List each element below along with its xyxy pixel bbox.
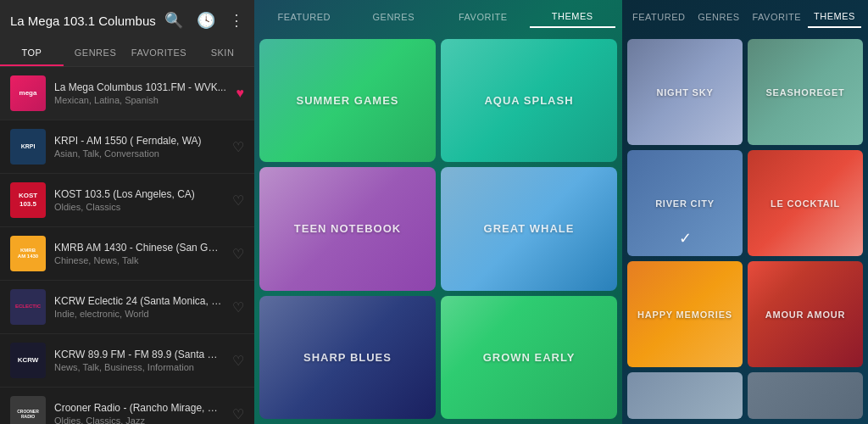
- station-name: KOST 103.5 (Los Angeles, CA): [54, 188, 224, 200]
- station-name: La Mega Columbus 1031.FM - WVK...: [54, 81, 228, 93]
- theme-card-summer-games[interactable]: SUMMER GAMES: [259, 39, 436, 162]
- logo-text: KOST103.5: [19, 192, 37, 208]
- themes-tab-favorite[interactable]: FAVORITE: [440, 7, 526, 27]
- logo-text: ECLECTIC: [15, 304, 41, 310]
- logo-text: KRPI: [21, 143, 36, 150]
- theme-card-sharp-blues[interactable]: SHARP BLUES: [259, 296, 436, 419]
- station-genres: Oldies, Classics: [54, 202, 224, 212]
- station-genres: Oldies, Classics, Jazz: [54, 416, 224, 424]
- station-info: KMRB AM 1430 - Chinese (San Gab... Chine…: [54, 242, 224, 265]
- themes-grid: SUMMER GAMES AQUA SPLASH TEEN NOTEBOOK G…: [254, 34, 622, 424]
- theme-label-river-city: RIVER CITY: [648, 192, 721, 215]
- station-info: KRPI - AM 1550 ( Ferndale, WA) Asian, Ta…: [54, 135, 224, 159]
- themes-tab-themes[interactable]: THEMES: [530, 6, 616, 28]
- theme-label-sharp-blues: SHARP BLUES: [303, 351, 392, 364]
- station-genres: Chinese, News, Talk: [54, 255, 224, 265]
- station-logo: KRPI: [10, 129, 46, 165]
- tab-top[interactable]: TOP: [0, 41, 64, 66]
- themes-nav-middle: FEATURED GENRES FAVORITE THEMES: [254, 0, 622, 34]
- theme-label-great-whale: GREAT WHALE: [484, 222, 575, 235]
- theme-card-happy-memories[interactable]: HAPPY MEMORIES: [627, 261, 743, 367]
- station-genres: Mexican, Latina, Spanish: [54, 95, 228, 105]
- themes-panel-right: FEATURED GENRES FAVORITE THEMES NIGHT SK…: [622, 0, 868, 424]
- station-logo: KMRBAM 1430: [10, 236, 46, 271]
- theme-card-seashoreget[interactable]: SEASHOREGET: [748, 39, 863, 145]
- station-logo: ECLECTIC: [10, 289, 46, 325]
- theme-card-amour-amour[interactable]: AMOUR AMOUR: [748, 261, 863, 367]
- sidebar-tabs: TOP GENRES FAVORITES SKIN: [0, 41, 254, 67]
- station-logo: CROONERRADIO: [10, 396, 46, 424]
- right-tab-featured[interactable]: FEATURED: [629, 7, 688, 27]
- tab-genres[interactable]: GENRES: [64, 41, 127, 66]
- theme-label-seashoreget: SEASHOREGET: [759, 81, 851, 104]
- theme-card-aqua-splash[interactable]: AQUA SPLASH: [441, 39, 617, 162]
- favorite-icon[interactable]: ♡: [232, 139, 244, 155]
- tab-skin[interactable]: SKIN: [191, 41, 254, 66]
- theme-card-night-sky[interactable]: NIGHT SKY: [627, 39, 743, 145]
- station-info: KCRW Eclectic 24 (Santa Monica, CA) Indi…: [54, 295, 224, 319]
- themes-tab-featured[interactable]: FEATURED: [261, 7, 348, 27]
- station-name: KRPI - AM 1550 ( Ferndale, WA): [54, 135, 224, 147]
- favorite-icon[interactable]: ♥: [236, 86, 245, 101]
- logo-text: KCRW: [18, 356, 39, 365]
- right-tab-favorite[interactable]: FAVORITE: [748, 7, 804, 27]
- sidebar-header: La Mega 103.1 Columbus 🔍 🕓 ⋮: [0, 0, 254, 41]
- station-name: KMRB AM 1430 - Chinese (San Gab...: [54, 242, 224, 254]
- station-genres: Indie, electronic, World: [54, 309, 224, 319]
- theme-card-teen-notebook[interactable]: TEEN NOTEBOOK: [259, 167, 436, 290]
- station-genres: Asian, Talk, Conversation: [54, 148, 224, 159]
- station-logo: KCRW: [10, 343, 46, 378]
- theme-label-aqua-splash: AQUA SPLASH: [484, 94, 573, 107]
- theme-card-le-cocktail[interactable]: LE COCKTAIL: [748, 150, 863, 256]
- theme-card-grown-early[interactable]: GROWN EARLY: [441, 296, 617, 419]
- favorite-icon[interactable]: ♡: [232, 246, 244, 262]
- station-info: La Mega Columbus 1031.FM - WVK... Mexica…: [54, 81, 228, 105]
- favorite-icon[interactable]: ♡: [232, 299, 244, 315]
- logo-text: mega: [19, 89, 37, 98]
- more-options-icon[interactable]: ⋮: [229, 11, 244, 30]
- tab-favorites[interactable]: FAVORITES: [127, 41, 191, 66]
- themes-nav-right: FEATURED GENRES FAVORITE THEMES: [622, 0, 868, 34]
- station-info: KCRW 89.9 FM - FM 89.9 (Santa M... News,…: [54, 349, 224, 372]
- station-logo: mega: [10, 75, 46, 111]
- sidebar-header-icons: 🔍 🕓 ⋮: [164, 11, 244, 30]
- station-name: Crooner Radio - (Rancho Mirage, CA): [54, 402, 224, 414]
- themes-grid-right: NIGHT SKY SEASHOREGET RIVER CITY ✓ LE CO…: [622, 0, 868, 372]
- sidebar-title: La Mega 103.1 Columbus: [10, 14, 158, 28]
- bottom-row: [622, 372, 868, 424]
- themes-tab-genres[interactable]: GENRES: [351, 7, 437, 27]
- station-info: KOST 103.5 (Los Angeles, CA) Oldies, Cla…: [54, 188, 224, 212]
- history-icon[interactable]: 🕓: [197, 11, 215, 30]
- theme-card-river-city[interactable]: RIVER CITY ✓: [627, 150, 743, 256]
- station-list: mega La Mega Columbus 1031.FM - WVK... M…: [0, 67, 254, 424]
- theme-label-grown-early: GROWN EARLY: [483, 351, 576, 364]
- station-genres: News, Talk, Business, Information: [54, 362, 224, 372]
- theme-label-night-sky: NIGHT SKY: [649, 81, 720, 104]
- selected-checkmark-icon: ✓: [679, 229, 692, 248]
- theme-card-bottom-right[interactable]: [748, 372, 863, 419]
- theme-label-happy-memories: HAPPY MEMORIES: [631, 303, 739, 326]
- favorite-icon[interactable]: ♡: [232, 353, 244, 369]
- theme-card-bottom-left[interactable]: [627, 372, 743, 419]
- right-tab-genres[interactable]: GENRES: [692, 7, 745, 27]
- favorite-icon[interactable]: ♡: [232, 406, 244, 422]
- themes-panel-middle: FEATURED GENRES FAVORITE THEMES SUMMER G…: [254, 0, 622, 424]
- theme-card-great-whale[interactable]: GREAT WHALE: [441, 167, 617, 290]
- theme-label-amour-amour: AMOUR AMOUR: [759, 303, 853, 326]
- list-item[interactable]: mega La Mega Columbus 1031.FM - WVK... M…: [0, 67, 254, 120]
- list-item[interactable]: KMRBAM 1430 KMRB AM 1430 - Chinese (San …: [0, 227, 254, 281]
- logo-text: CROONERRADIO: [17, 409, 39, 419]
- list-item[interactable]: KOST103.5 KOST 103.5 (Los Angeles, CA) O…: [0, 174, 254, 227]
- theme-label-teen-notebook: TEEN NOTEBOOK: [294, 222, 401, 235]
- theme-label-summer-games: SUMMER GAMES: [296, 94, 398, 107]
- list-item[interactable]: ECLECTIC KCRW Eclectic 24 (Santa Monica,…: [0, 281, 254, 334]
- list-item[interactable]: CROONERRADIO Crooner Radio - (Rancho Mir…: [0, 388, 254, 424]
- station-name: KCRW 89.9 FM - FM 89.9 (Santa M...: [54, 349, 224, 360]
- search-icon[interactable]: 🔍: [164, 11, 183, 30]
- station-info: Crooner Radio - (Rancho Mirage, CA) Oldi…: [54, 402, 224, 424]
- logo-text: KMRBAM 1430: [18, 248, 38, 259]
- right-tab-themes[interactable]: THEMES: [808, 6, 861, 28]
- list-item[interactable]: KRPI KRPI - AM 1550 ( Ferndale, WA) Asia…: [0, 120, 254, 174]
- list-item[interactable]: KCRW KCRW 89.9 FM - FM 89.9 (Santa M... …: [0, 334, 254, 388]
- favorite-icon[interactable]: ♡: [232, 192, 244, 209]
